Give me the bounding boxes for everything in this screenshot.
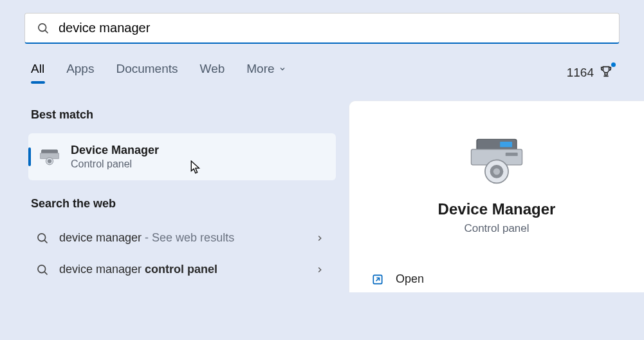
search-icon (36, 232, 49, 245)
best-match-subtitle: Control panel (71, 158, 159, 170)
detail-subtitle: Control panel (464, 222, 529, 235)
svg-rect-11 (500, 142, 512, 147)
tab-all[interactable]: All (31, 62, 44, 84)
tab-more-label: More (246, 62, 274, 76)
tab-more[interactable]: More (246, 62, 286, 84)
search-box[interactable] (24, 13, 620, 44)
device-manager-icon (40, 149, 59, 165)
search-input[interactable] (59, 21, 607, 35)
svg-line-7 (44, 240, 47, 243)
chevron-right-icon (315, 234, 324, 243)
web-result[interactable]: device manager control panel (28, 254, 336, 285)
svg-rect-13 (506, 153, 518, 156)
trophy-icon (599, 64, 613, 82)
svg-line-1 (45, 30, 48, 33)
search-web-heading: Search the web (31, 197, 336, 211)
search-icon (37, 22, 50, 35)
open-label: Open (396, 272, 424, 286)
web-result[interactable]: device manager - See web results (28, 222, 336, 254)
best-match-heading: Best match (31, 108, 336, 122)
svg-point-5 (48, 159, 51, 163)
svg-line-9 (44, 272, 47, 274)
svg-point-6 (38, 233, 46, 241)
svg-point-0 (39, 23, 46, 31)
best-match-result[interactable]: Device Manager Control panel (28, 133, 336, 180)
tab-documents[interactable]: Documents (116, 62, 178, 84)
web-result-label: device manager - See web results (59, 231, 315, 245)
svg-point-8 (38, 265, 46, 272)
svg-point-16 (493, 168, 500, 175)
open-icon (371, 273, 384, 286)
mouse-cursor-icon (190, 160, 202, 175)
device-manager-large-icon (469, 136, 524, 186)
tab-web[interactable]: Web (200, 62, 225, 84)
rewards-badge[interactable]: 1164 (567, 64, 613, 82)
best-match-title: Device Manager (71, 144, 159, 157)
detail-title: Device Manager (438, 200, 556, 218)
open-action[interactable]: Open (367, 266, 626, 292)
web-result-label: device manager control panel (59, 263, 315, 276)
chevron-right-icon (315, 265, 324, 274)
chevron-down-icon (279, 65, 286, 73)
rewards-points: 1164 (567, 66, 594, 80)
filter-tabs: All Apps Documents Web More (31, 62, 286, 84)
search-icon (36, 263, 49, 276)
tab-apps[interactable]: Apps (66, 62, 94, 84)
detail-panel: Device Manager Control panel Open (349, 100, 644, 292)
